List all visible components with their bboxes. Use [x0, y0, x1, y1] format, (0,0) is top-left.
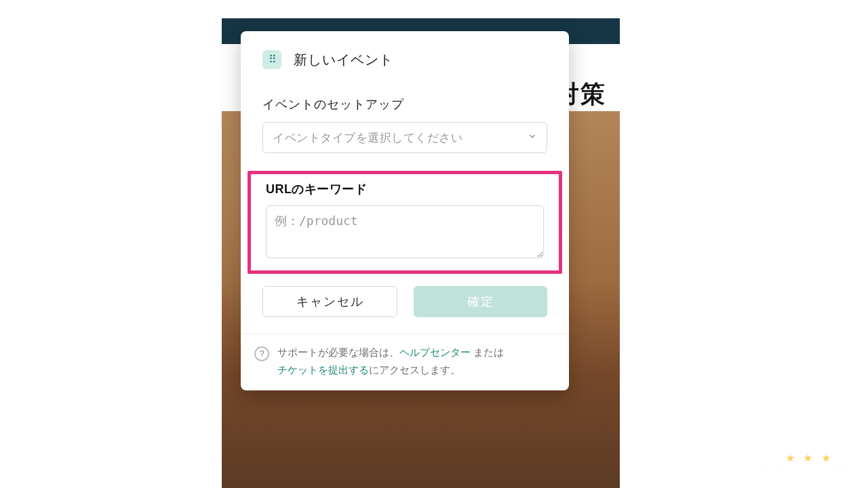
- chevron-down-icon: [528, 131, 537, 144]
- footer-text-2: または: [471, 346, 504, 358]
- modal-title-row: ⠿ 新しいイベント: [262, 50, 547, 69]
- url-keyword-label: URLのキーワード: [266, 181, 544, 197]
- url-keyword-highlight-box: URLのキーワード: [248, 171, 562, 274]
- submit-ticket-link[interactable]: チケットを提出する: [277, 364, 369, 375]
- event-type-select[interactable]: イベントタイプを選択してください: [262, 122, 547, 153]
- new-event-modal: ⠿ 新しいイベント イベントのセットアップ イベントタイプを選択してください U…: [241, 31, 569, 390]
- cancel-button[interactable]: キャンセル: [262, 286, 397, 317]
- confirm-button[interactable]: 確定: [414, 286, 547, 317]
- brand-text: 集まる集客: [762, 460, 859, 481]
- brand-badge: ★ ★ ★ 集まる集客: [762, 453, 859, 483]
- event-setup-label: イベントのセットアップ: [262, 96, 547, 113]
- event-type-select-placeholder: イベントタイプを選択してください: [273, 130, 462, 146]
- modal-title: 新しいイベント: [294, 51, 393, 69]
- url-keyword-input[interactable]: [266, 205, 544, 258]
- grid-dots-icon: ⠿: [262, 50, 281, 69]
- help-icon: ?: [254, 346, 269, 361]
- modal-footer: ? サポートが必要な場合は、ヘルプセンター または チケットを提出するにアクセス…: [241, 333, 569, 390]
- footer-text-1: サポートが必要な場合は、: [277, 346, 399, 358]
- footer-text-3: にアクセスします。: [369, 364, 460, 375]
- footer-text: サポートが必要な場合は、ヘルプセンター または チケットを提出するにアクセスしま…: [277, 344, 504, 378]
- stage: 対策 ⠿ 新しいイベント イベントのセットアップ イベントタイプを選択してくださ…: [0, 0, 868, 488]
- modal-button-row: キャンセル 確定: [262, 286, 547, 317]
- help-center-link[interactable]: ヘルプセンター: [399, 346, 471, 358]
